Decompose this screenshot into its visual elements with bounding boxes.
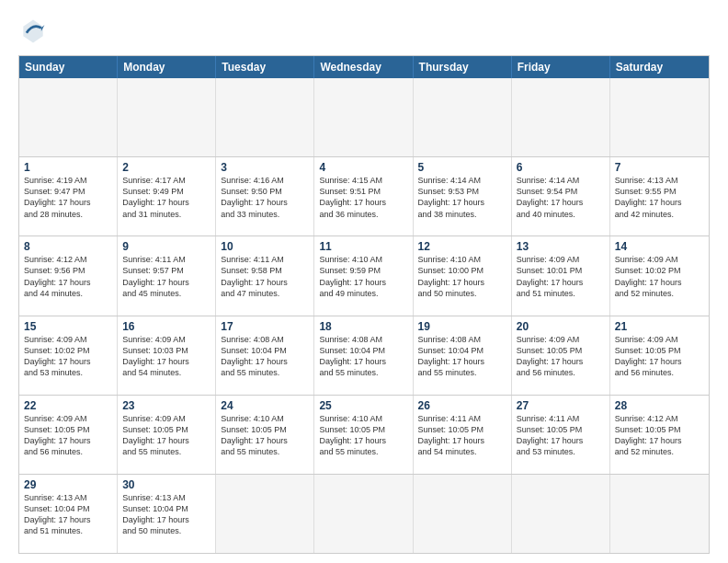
cell-info: Sunrise: 4:09 AM Sunset: 10:05 PM Daylig… [24,413,112,458]
calendar-cell: 23Sunrise: 4:09 AM Sunset: 10:05 PM Dayl… [118,396,216,474]
calendar-week-4: 22Sunrise: 4:09 AM Sunset: 10:05 PM Dayl… [19,395,709,474]
cell-info: Sunrise: 4:09 AM Sunset: 10:02 PM Daylig… [615,254,704,299]
day-number: 4 [319,161,407,174]
header-day-tuesday: Tuesday [216,56,314,78]
day-number: 12 [418,240,506,253]
calendar-cell: 29Sunrise: 4:13 AM Sunset: 10:04 PM Dayl… [19,475,118,553]
day-number: 26 [418,399,506,412]
day-number: 11 [319,240,407,253]
calendar-week-5: 29Sunrise: 4:13 AM Sunset: 10:04 PM Dayl… [19,474,709,553]
calendar-cell [314,475,413,553]
calendar-cell: 20Sunrise: 4:09 AM Sunset: 10:05 PM Dayl… [512,316,610,395]
day-number: 27 [517,399,605,412]
header-day-thursday: Thursday [414,56,512,78]
calendar-cell [512,78,610,156]
day-number: 22 [24,399,112,412]
cell-info: Sunrise: 4:11 AM Sunset: 10:05 PM Daylig… [517,413,605,458]
calendar-body: 1Sunrise: 4:19 AM Sunset: 9:47 PM Daylig… [19,78,709,553]
calendar-cell: 21Sunrise: 4:09 AM Sunset: 10:05 PM Dayl… [610,316,709,395]
calendar-cell: 24Sunrise: 4:10 AM Sunset: 10:05 PM Dayl… [216,396,314,474]
calendar-week-2: 8Sunrise: 4:12 AM Sunset: 9:56 PM Daylig… [19,236,709,315]
calendar-header: SundayMondayTuesdayWednesdayThursdayFrid… [19,56,709,78]
calendar-cell: 9Sunrise: 4:11 AM Sunset: 9:57 PM Daylig… [118,236,216,315]
calendar-cell: 26Sunrise: 4:11 AM Sunset: 10:05 PM Dayl… [414,396,512,474]
cell-info: Sunrise: 4:08 AM Sunset: 10:04 PM Daylig… [221,334,309,379]
calendar-cell [512,475,610,553]
calendar-cell: 25Sunrise: 4:10 AM Sunset: 10:05 PM Dayl… [314,396,413,474]
calendar-cell: 16Sunrise: 4:09 AM Sunset: 10:03 PM Dayl… [118,316,216,395]
cell-info: Sunrise: 4:09 AM Sunset: 10:05 PM Daylig… [122,413,210,458]
calendar-cell: 28Sunrise: 4:12 AM Sunset: 10:05 PM Dayl… [610,396,709,474]
cell-info: Sunrise: 4:10 AM Sunset: 10:05 PM Daylig… [319,413,407,458]
cell-info: Sunrise: 4:13 AM Sunset: 10:04 PM Daylig… [24,492,112,537]
calendar-cell [610,475,709,553]
cell-info: Sunrise: 4:16 AM Sunset: 9:50 PM Dayligh… [221,175,309,220]
logo-icon [18,17,48,46]
cell-info: Sunrise: 4:12 AM Sunset: 9:56 PM Dayligh… [24,254,112,299]
calendar-cell: 22Sunrise: 4:09 AM Sunset: 10:05 PM Dayl… [19,396,118,474]
day-number: 9 [122,240,210,253]
calendar-cell [19,78,118,156]
calendar-cell [118,78,216,156]
cell-info: Sunrise: 4:11 AM Sunset: 9:57 PM Dayligh… [122,254,210,299]
calendar-cell: 15Sunrise: 4:09 AM Sunset: 10:02 PM Dayl… [19,316,118,395]
calendar-week-1: 1Sunrise: 4:19 AM Sunset: 9:47 PM Daylig… [19,156,709,236]
page: SundayMondayTuesdayWednesdayThursdayFrid… [0,0,728,563]
calendar-cell: 11Sunrise: 4:10 AM Sunset: 9:59 PM Dayli… [314,236,413,315]
calendar: SundayMondayTuesdayWednesdayThursdayFrid… [18,55,710,554]
day-number: 25 [319,399,407,412]
calendar-cell: 18Sunrise: 4:08 AM Sunset: 10:04 PM Dayl… [314,316,413,395]
calendar-cell [610,78,709,156]
day-number: 3 [221,161,309,174]
calendar-cell [216,475,314,553]
day-number: 15 [24,320,112,333]
cell-info: Sunrise: 4:14 AM Sunset: 9:54 PM Dayligh… [517,175,605,220]
day-number: 30 [122,478,210,491]
calendar-cell: 12Sunrise: 4:10 AM Sunset: 10:00 PM Dayl… [414,236,512,315]
cell-info: Sunrise: 4:10 AM Sunset: 9:59 PM Dayligh… [319,254,407,299]
day-number: 20 [517,320,605,333]
day-number: 14 [615,240,704,253]
day-number: 16 [122,320,210,333]
cell-info: Sunrise: 4:09 AM Sunset: 10:05 PM Daylig… [615,334,704,379]
cell-info: Sunrise: 4:09 AM Sunset: 10:01 PM Daylig… [517,254,605,299]
header-day-saturday: Saturday [610,56,709,78]
cell-info: Sunrise: 4:10 AM Sunset: 10:00 PM Daylig… [418,254,506,299]
day-number: 23 [122,399,210,412]
cell-info: Sunrise: 4:14 AM Sunset: 9:53 PM Dayligh… [418,175,506,220]
calendar-cell: 13Sunrise: 4:09 AM Sunset: 10:01 PM Dayl… [512,236,610,315]
cell-info: Sunrise: 4:15 AM Sunset: 9:51 PM Dayligh… [319,175,407,220]
cell-info: Sunrise: 4:11 AM Sunset: 10:05 PM Daylig… [418,413,506,458]
calendar-cell [414,78,512,156]
day-number: 28 [615,399,704,412]
calendar-cell: 3Sunrise: 4:16 AM Sunset: 9:50 PM Daylig… [216,157,314,236]
day-number: 13 [517,240,605,253]
calendar-cell: 6Sunrise: 4:14 AM Sunset: 9:54 PM Daylig… [512,157,610,236]
calendar-cell [216,78,314,156]
day-number: 1 [24,161,112,174]
cell-info: Sunrise: 4:09 AM Sunset: 10:05 PM Daylig… [517,334,605,379]
cell-info: Sunrise: 4:19 AM Sunset: 9:47 PM Dayligh… [24,175,112,220]
cell-info: Sunrise: 4:17 AM Sunset: 9:49 PM Dayligh… [122,175,210,220]
calendar-cell: 30Sunrise: 4:13 AM Sunset: 10:04 PM Dayl… [118,475,216,553]
calendar-cell: 8Sunrise: 4:12 AM Sunset: 9:56 PM Daylig… [19,236,118,315]
cell-info: Sunrise: 4:09 AM Sunset: 10:03 PM Daylig… [122,334,210,379]
calendar-cell: 7Sunrise: 4:13 AM Sunset: 9:55 PM Daylig… [610,157,709,236]
calendar-cell: 27Sunrise: 4:11 AM Sunset: 10:05 PM Dayl… [512,396,610,474]
day-number: 7 [615,161,704,174]
calendar-cell: 14Sunrise: 4:09 AM Sunset: 10:02 PM Dayl… [610,236,709,315]
cell-info: Sunrise: 4:11 AM Sunset: 9:58 PM Dayligh… [221,254,309,299]
calendar-cell [314,78,413,156]
header [18,17,710,46]
calendar-cell: 1Sunrise: 4:19 AM Sunset: 9:47 PM Daylig… [19,157,118,236]
day-number: 29 [24,478,112,491]
calendar-cell: 17Sunrise: 4:08 AM Sunset: 10:04 PM Dayl… [216,316,314,395]
header-day-sunday: Sunday [19,56,118,78]
cell-info: Sunrise: 4:10 AM Sunset: 10:05 PM Daylig… [221,413,309,458]
cell-info: Sunrise: 4:08 AM Sunset: 10:04 PM Daylig… [319,334,407,379]
cell-info: Sunrise: 4:08 AM Sunset: 10:04 PM Daylig… [418,334,506,379]
calendar-week-0 [19,78,709,156]
calendar-cell: 4Sunrise: 4:15 AM Sunset: 9:51 PM Daylig… [314,157,413,236]
day-number: 18 [319,320,407,333]
calendar-cell: 10Sunrise: 4:11 AM Sunset: 9:58 PM Dayli… [216,236,314,315]
